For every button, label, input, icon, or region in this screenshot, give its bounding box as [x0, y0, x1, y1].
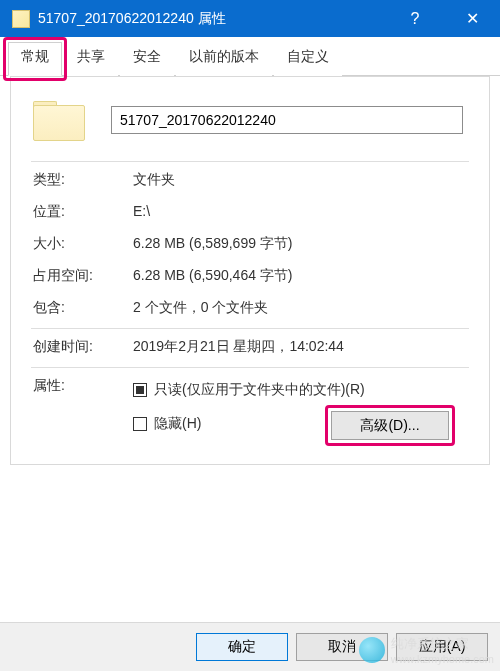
value-size-on-disk: 6.28 MB (6,590,464 字节) [133, 267, 469, 285]
value-contains: 2 个文件，0 个文件夹 [133, 299, 469, 317]
checkbox-hidden-label: 隐藏(H) [154, 415, 201, 433]
window-title: 51707_20170622012240 属性 [38, 10, 226, 28]
row-created: 创建时间: 2019年2月21日 星期四，14:02:44 [11, 331, 489, 363]
row-contains: 包含: 2 个文件，0 个文件夹 [11, 292, 489, 324]
value-attributes: 只读(仅应用于文件夹中的文件)(R) 隐藏(H) 高级(D)... [133, 377, 469, 437]
label-created: 创建时间: [33, 338, 133, 356]
separator [31, 367, 469, 368]
checkbox-readonly-box [133, 383, 147, 397]
row-size-on-disk: 占用空间: 6.28 MB (6,590,464 字节) [11, 260, 489, 292]
folder-name-row [11, 93, 489, 157]
label-location: 位置: [33, 203, 133, 221]
help-button[interactable]: ? [390, 0, 440, 37]
tab-customize[interactable]: 自定义 [274, 42, 342, 76]
tab-strip: 常规共享安全以前的版本自定义 [0, 37, 500, 76]
row-location: 位置: E:\ [11, 196, 489, 228]
tab-content: 类型: 文件夹 位置: E:\ 大小: 6.28 MB (6,589,699 字… [0, 76, 500, 624]
title-bar: 51707_20170622012240 属性 ? ✕ [0, 0, 500, 37]
tab-share[interactable]: 共享 [64, 42, 118, 76]
separator [31, 328, 469, 329]
label-contains: 包含: [33, 299, 133, 317]
value-location: E:\ [133, 203, 469, 221]
checkbox-readonly-label: 只读(仅应用于文件夹中的文件)(R) [154, 381, 365, 399]
separator [31, 161, 469, 162]
checkbox-readonly[interactable]: 只读(仅应用于文件夹中的文件)(R) [133, 377, 469, 403]
help-icon: ? [411, 10, 420, 28]
advanced-button[interactable]: 高级(D)... [331, 411, 449, 440]
label-type: 类型: [33, 171, 133, 189]
tab-general[interactable]: 常规 [8, 42, 62, 76]
value-size: 6.28 MB (6,589,699 字节) [133, 235, 469, 253]
checkbox-hidden-box [133, 417, 147, 431]
folder-icon-large [33, 99, 83, 141]
ok-button[interactable]: 确定 [196, 633, 288, 661]
label-size: 大小: [33, 235, 133, 253]
close-icon: ✕ [466, 9, 479, 28]
row-type: 类型: 文件夹 [11, 164, 489, 196]
properties-dialog: 51707_20170622012240 属性 ? ✕ 常规共享安全以前的版本自… [0, 0, 500, 671]
folder-icon [12, 10, 30, 28]
label-size-on-disk: 占用空间: [33, 267, 133, 285]
value-type: 文件夹 [133, 171, 469, 189]
value-created: 2019年2月21日 星期四，14:02:44 [133, 338, 469, 356]
row-attributes: 属性: 只读(仅应用于文件夹中的文件)(R) 隐藏(H) 高级(D)... [11, 370, 489, 444]
general-tab-pane: 类型: 文件夹 位置: E:\ 大小: 6.28 MB (6,589,699 字… [10, 76, 490, 465]
tab-security[interactable]: 安全 [120, 42, 174, 76]
dialog-button-bar: 确定 取消 应用(A) [0, 622, 500, 671]
folder-name-input[interactable] [111, 106, 463, 134]
close-button[interactable]: ✕ [444, 0, 500, 37]
tab-previous-versions[interactable]: 以前的版本 [176, 42, 272, 76]
row-size: 大小: 6.28 MB (6,589,699 字节) [11, 228, 489, 260]
apply-button[interactable]: 应用(A) [396, 633, 488, 661]
cancel-button[interactable]: 取消 [296, 633, 388, 661]
label-attributes: 属性: [33, 377, 133, 437]
